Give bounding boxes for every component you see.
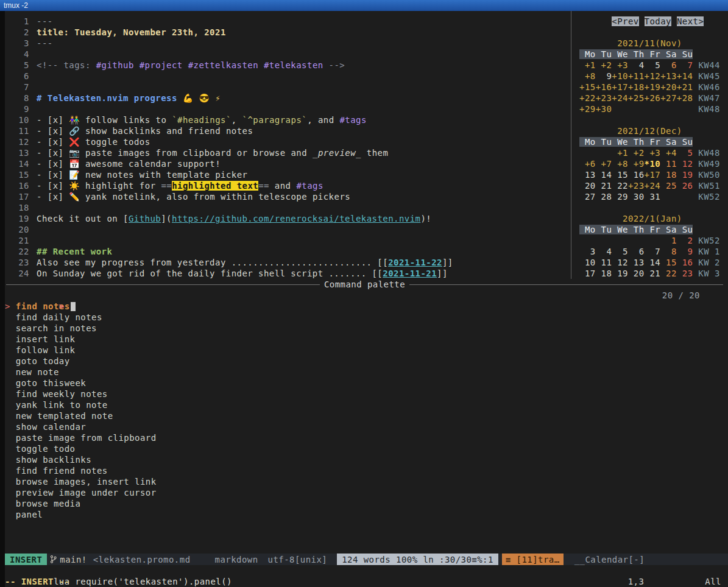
palette-item[interactable]: show calendar (5, 421, 728, 432)
text-run (579, 236, 660, 245)
calendar-dates[interactable]: 25 (660, 181, 677, 191)
editor-line[interactable]: 10- [x] 👫 follow links to `#headings`, `… (5, 114, 571, 125)
calendar-row (579, 114, 728, 125)
editor-line[interactable]: 11- [x] 🔗 show backlinks and friend note… (5, 125, 571, 136)
calendar-dates[interactable]: 9 (677, 247, 693, 256)
calendar-dates[interactable]: +10+11+12+13+14 (612, 71, 693, 81)
editor-line[interactable]: 23Also see my progress from yesterday ..… (5, 257, 571, 268)
palette-item[interactable]: show backlinks (5, 454, 728, 465)
calendar-dates[interactable]: +1 +2 +3 (579, 60, 628, 70)
calendar-dates[interactable]: +17 (645, 170, 661, 180)
calendar-prev-button[interactable]: <Prev (612, 16, 638, 26)
emoji-text: ✏️ (69, 192, 80, 202)
calendar-dates[interactable]: 12 (677, 159, 693, 169)
palette-item[interactable]: preview image under cursor (5, 487, 728, 498)
palette-item[interactable]: follow link (5, 345, 728, 356)
calendar-dates[interactable]: +8 (579, 71, 596, 81)
calendar-dates[interactable]: 20 21 22 (579, 181, 628, 191)
note-link-2021-11-22[interactable]: 2021-11-22 (388, 258, 442, 267)
calendar-dates[interactable]: 7 (677, 60, 693, 70)
palette-item[interactable]: new templated note (5, 410, 728, 421)
palette-item[interactable]: toggle todo (5, 443, 728, 454)
editor-line[interactable]: 24On Sunday we got rid of the daily find… (5, 268, 571, 279)
calendar-dates[interactable]: 4 5 (628, 60, 660, 70)
calendar-dates[interactable]: 2 (677, 236, 693, 245)
editor-line[interactable]: 15- [x] 📝 new notes with template picker (5, 169, 571, 180)
calendar-dates[interactable]: +29+30 (579, 104, 612, 114)
buffer-tabs[interactable]: ≡ [11]tra… (502, 554, 564, 565)
editor-line[interactable]: 16- [x] ☀️ highlight for ==highlighted t… (5, 180, 571, 191)
editor-line[interactable]: 22## Recent work (5, 246, 571, 257)
calendar-dates[interactable]: +22+23+24+25+26+27+28 (579, 93, 693, 103)
palette-item[interactable]: insert link (5, 334, 728, 345)
github-link[interactable]: Github (129, 214, 161, 223)
editor-line[interactable]: 2title: Tuesday, November 23th, 2021 (5, 27, 571, 38)
editor-line[interactable]: 18 (5, 202, 571, 213)
calendar-dates[interactable]: +6 +7 +8 +9 (579, 159, 645, 169)
editor-line[interactable]: 4 (5, 49, 571, 60)
calendar-dates[interactable]: 22 (660, 269, 677, 278)
palette-item[interactable]: new note (5, 367, 728, 378)
palette-prompt-input[interactable]: > 20 / 20 (5, 290, 728, 301)
palette-item[interactable]: paste image from clipboard (5, 432, 728, 443)
editor-line[interactable]: 3--- (5, 38, 571, 49)
calendar-dates[interactable]: 23 (677, 269, 693, 278)
calendar-dates[interactable]: 11 (660, 159, 677, 169)
editor-line[interactable]: 9 (5, 104, 571, 114)
calendar-row: +6 +7 +8 +9*10 11 12 KW49 (579, 158, 728, 169)
editor-line[interactable]: 1--- (5, 16, 571, 27)
palette-item[interactable]: find daily notes (5, 312, 728, 323)
week-number: KW 1 (698, 247, 720, 256)
calendar-dates[interactable]: +1 +2 +3 +4 (612, 148, 677, 158)
palette-item[interactable]: panel (5, 509, 728, 520)
palette-item[interactable]: goto today (5, 356, 728, 367)
calendar-dates[interactable]: 13 14 15 16 (579, 170, 645, 180)
editor-line[interactable]: 19Check it out on [Github](https://githu… (5, 213, 571, 224)
editor-line[interactable]: 21 (5, 235, 571, 246)
calendar-dates[interactable]: +15+16+17+18+19+20+21 (579, 82, 693, 92)
editor-line[interactable]: 8# Telekasten.nvim progress 💪 😎 ⚡ (5, 93, 571, 104)
calendar-today-button[interactable]: Today (645, 16, 671, 26)
editor-line[interactable]: 5<!-- tags: #github #project #zettelkast… (5, 60, 571, 71)
editor-line[interactable]: 13- [x] 📷 paste images from clipboard or… (5, 147, 571, 158)
editor-line[interactable]: 12- [x] ❌ toggle todos (5, 136, 571, 147)
editor-line[interactable]: 14- [x] 📅 awesome calendar support! (5, 158, 571, 169)
calendar-dates[interactable]: 6 (660, 60, 677, 70)
calendar-dates[interactable]: 8 (660, 247, 677, 256)
calendar-pane[interactable]: <Prev Today Next> 2021/11(Nov) Mo Tu We … (571, 11, 728, 279)
palette-indent (5, 422, 16, 432)
calendar-dates[interactable]: 9 (596, 71, 612, 81)
scroll-position: All (705, 576, 721, 587)
palette-item[interactable]: goto thisweek (5, 378, 728, 388)
calendar-today-date[interactable]: *10 (645, 159, 661, 169)
calendar-dates[interactable]: +23+24 (628, 181, 660, 191)
github-url-link[interactable]: https://github.com/renerocksai/telekaste… (172, 214, 420, 223)
calendar-dates[interactable]: 26 (677, 181, 693, 191)
calendar-dates[interactable]: 17 18 19 20 21 (579, 269, 660, 278)
calendar-next-button[interactable]: Next> (677, 16, 704, 26)
calendar-dates[interactable]: 27 28 29 30 31 (579, 192, 660, 202)
calendar-dates[interactable]: 10 11 12 13 14 (579, 258, 660, 267)
calendar-dates[interactable]: 5 (677, 148, 693, 158)
calendar-dates[interactable]: 18 (660, 170, 677, 180)
text-run: yank notelink, also from within telescop… (80, 192, 350, 202)
calendar-dates[interactable]: 16 (677, 258, 693, 267)
palette-item[interactable]: search in notes (5, 323, 728, 334)
palette-item[interactable]: browse images, insert link (5, 476, 728, 487)
editor-line[interactable]: 17- [x] ✏️ yank notelink, also from with… (5, 191, 571, 202)
calendar-dates[interactable]: 19 (677, 170, 693, 180)
editor-line[interactable]: 6 (5, 71, 571, 82)
calendar-dates[interactable]: 15 (660, 258, 677, 267)
palette-item[interactable]: find friend notes (5, 465, 728, 476)
palette-item[interactable]: find weekly notes (5, 388, 728, 399)
palette-item[interactable]: browse media (5, 498, 728, 509)
editor-line[interactable]: 20 (5, 224, 571, 235)
calendar-dates[interactable]: 1 (660, 236, 677, 245)
palette-item[interactable]: > find notes (5, 301, 728, 312)
text-run: highlight for (80, 181, 161, 191)
editor-line[interactable]: 7 (5, 82, 571, 93)
note-link-2021-11-21[interactable]: 2021-11-21 (383, 269, 437, 278)
calendar-dates[interactable]: 3 4 5 6 7 (579, 247, 660, 256)
palette-item[interactable]: yank link to note (5, 399, 728, 410)
editor-pane[interactable]: 1---2title: Tuesday, November 23th, 2021… (5, 11, 571, 279)
